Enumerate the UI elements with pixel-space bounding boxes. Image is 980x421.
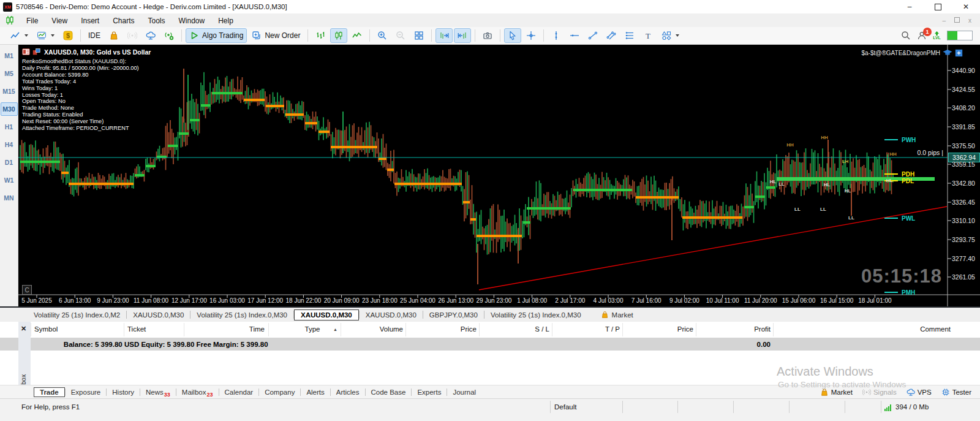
signals-toolbar-button[interactable] <box>124 28 141 43</box>
toolbox-tab-alerts[interactable]: Alerts <box>301 388 330 396</box>
profile-button[interactable]: 1 <box>917 31 927 40</box>
chart-corner-icon[interactable] <box>955 49 963 57</box>
chart-tab-0[interactable]: Volatility 25 (1s) Index.0,M2 <box>28 310 126 320</box>
child-close-button[interactable]: x <box>968 17 971 24</box>
hline-button[interactable] <box>566 28 583 43</box>
chart-tab-5[interactable]: GBPJPY.0,M30 <box>423 310 484 320</box>
column-header-ticket[interactable]: Ticket <box>127 325 146 333</box>
crosshair-button[interactable] <box>522 28 540 43</box>
tester-panel-button[interactable]: Tester <box>941 388 971 396</box>
minimize-button[interactable]: – <box>895 0 924 13</box>
vps-panel-button[interactable]: VPS <box>907 388 932 396</box>
status-profile[interactable]: Default <box>554 403 576 411</box>
market-store-button[interactable] <box>105 28 123 43</box>
chart-tab-4[interactable]: XAUUSD.0,M30 <box>360 310 423 320</box>
timeframe-mn[interactable]: MN <box>1 191 18 205</box>
tile-windows-button[interactable] <box>410 28 428 43</box>
toolbox-tab-company[interactable]: Company <box>259 388 300 396</box>
column-header-comment[interactable]: Comment <box>920 325 951 333</box>
ide-button[interactable]: IDE <box>85 29 104 42</box>
toolbox-tab-trade[interactable]: Trade <box>34 387 65 397</box>
timeframe-w1[interactable]: W1 <box>1 173 18 187</box>
toolbox-tab-experts[interactable]: Experts <box>412 388 447 396</box>
menu-insert[interactable]: Insert <box>74 17 106 25</box>
menu-charts[interactable]: Charts <box>106 17 141 25</box>
toolbox-tab-calendar[interactable]: Calendar <box>219 388 259 396</box>
chart-tab-6[interactable]: Volatility 25 (1s) Index.0,M30 <box>484 310 587 320</box>
restore-button[interactable] <box>924 0 952 13</box>
channel-button[interactable] <box>603 28 620 43</box>
text-tool-button[interactable]: T <box>639 28 657 43</box>
timeframe-m5[interactable]: M5 <box>1 67 18 80</box>
toolbar-separator <box>431 29 432 42</box>
toolbox-tab-articles[interactable]: Articles <box>331 388 365 396</box>
toolbox-close-icon[interactable]: ✕ <box>21 325 26 333</box>
column-header-type[interactable]: Type <box>305 325 320 333</box>
column-header-price[interactable]: Price <box>677 325 693 333</box>
chart-nav-button[interactable]: C <box>22 285 32 295</box>
timeframe-d1[interactable]: D1 <box>1 156 18 169</box>
broadcast-button[interactable] <box>160 28 178 43</box>
toolbox-tab-code-base[interactable]: Code Base <box>366 388 412 396</box>
toolbox-tab-journal[interactable]: Journal <box>447 388 481 396</box>
chart-news-icon[interactable] <box>22 48 30 56</box>
column-header-tp[interactable]: T / P <box>605 325 620 333</box>
timeframe-h4[interactable]: H4 <box>1 138 18 151</box>
timeframe-h1[interactable]: H1 <box>1 120 18 134</box>
column-header-price[interactable]: Price <box>461 325 477 333</box>
column-header-sl[interactable]: S / L <box>535 325 549 333</box>
chart-shift-button[interactable] <box>435 28 453 43</box>
chart-canvas[interactable]: XAUUSD.0, M30: Gold vs US Dollar RenkoSm… <box>18 45 980 306</box>
toolbox-tab-history[interactable]: History <box>107 388 140 396</box>
signals-panel-button[interactable]: Signals <box>862 388 897 396</box>
cursor-button[interactable] <box>504 28 521 43</box>
vline-button[interactable] <box>548 28 565 43</box>
chart-tab-1[interactable]: XAUUSD.0,M30 <box>127 310 190 320</box>
timeframe-m15[interactable]: M15 <box>1 85 18 98</box>
toolbox-tab-label: History <box>112 389 134 396</box>
market-panel-button[interactable]: Market <box>820 388 853 396</box>
auto-scroll-button[interactable] <box>454 28 471 43</box>
close-button[interactable]: ✕ <box>952 0 980 13</box>
menu-tools[interactable]: Tools <box>141 17 172 25</box>
child-restore-button[interactable] <box>954 17 960 24</box>
line-chart-button[interactable] <box>349 28 366 43</box>
trendline-icon <box>588 31 598 40</box>
toolbox-tab-exposure[interactable]: Exposure <box>66 388 107 396</box>
shapes-button[interactable] <box>658 28 683 43</box>
deposit-button[interactable]: $ <box>59 28 77 43</box>
column-header-profit[interactable]: Profit <box>754 325 771 333</box>
balance-row[interactable]: • Balance: 5 399.80 USD Equity: 5 399.80… <box>0 338 980 351</box>
timeframe-m1[interactable]: M1 <box>1 49 18 63</box>
level-label-pdl: PDL <box>902 178 914 184</box>
new-order-button[interactable]: New Order <box>248 28 304 43</box>
column-header-volume[interactable]: Volume <box>380 325 403 333</box>
menu-view[interactable]: View <box>45 17 74 25</box>
indicators-button[interactable] <box>33 28 58 43</box>
trendline-button[interactable] <box>584 28 601 43</box>
chart-type-button[interactable] <box>7 28 32 43</box>
child-minimize-button[interactable]: – <box>942 17 946 24</box>
toolbox-tab-news[interactable]: News33 <box>140 388 176 396</box>
market-tab[interactable]: Market <box>601 311 633 319</box>
chart-tab-2[interactable]: Volatility 25 (1s) Index.0,M30 <box>190 310 293 320</box>
column-header-symbol[interactable]: Symbol <box>34 325 58 333</box>
screenshot-button[interactable] <box>479 28 496 43</box>
chart-tab-3[interactable]: XAUUSD.0,M30 <box>294 309 359 320</box>
timeframe-m30[interactable]: M30 <box>1 102 18 116</box>
menu-window[interactable]: Window <box>172 17 212 25</box>
menu-file[interactable]: File <box>20 17 45 25</box>
algo-trading-button[interactable]: Algo Trading <box>186 28 247 43</box>
zoom-out-button[interactable] <box>392 28 409 43</box>
column-header-time[interactable]: Time <box>249 325 265 333</box>
equidistant-channel-button[interactable] <box>621 28 638 43</box>
lvl-button[interactable]: LVL <box>933 31 941 40</box>
cloud-sync-button[interactable] <box>142 28 159 43</box>
zoom-in-button[interactable] <box>374 28 391 43</box>
candle-chart-button[interactable] <box>330 28 347 43</box>
search-icon[interactable] <box>901 31 911 40</box>
one-click-trading-icon[interactable] <box>32 48 40 56</box>
menu-help[interactable]: Help <box>211 17 240 25</box>
bar-chart-button[interactable] <box>312 28 329 43</box>
toolbox-tab-mailbox[interactable]: Mailbox23 <box>176 388 219 396</box>
